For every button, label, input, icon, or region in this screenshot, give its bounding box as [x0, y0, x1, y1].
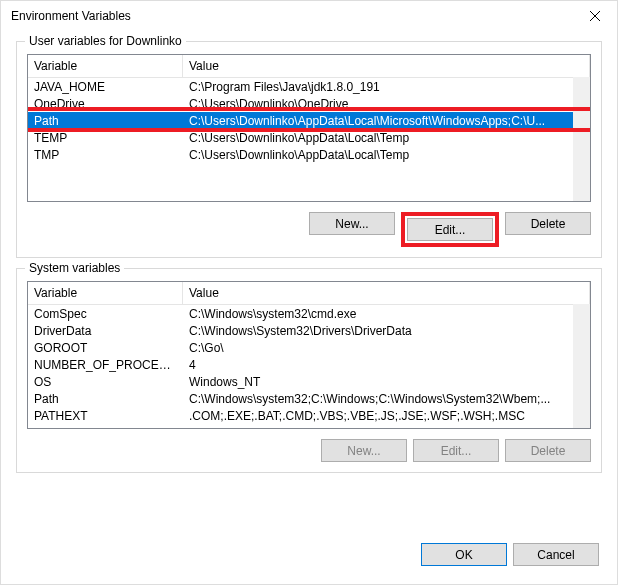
scrollbar[interactable]: [573, 304, 590, 428]
col-header-value[interactable]: Value: [183, 55, 590, 77]
user-button-row: New... Edit... Delete: [27, 212, 591, 247]
cell-variable: OS: [28, 375, 183, 389]
cell-value: C:\Windows\system32\cmd.exe: [183, 307, 590, 321]
list-header: Variable Value: [28, 282, 590, 305]
cell-value: 4: [183, 358, 590, 372]
cell-variable: Path: [28, 114, 183, 128]
user-delete-button[interactable]: Delete: [505, 212, 591, 235]
table-row[interactable]: ComSpecC:\Windows\system32\cmd.exe: [28, 305, 590, 322]
system-delete-button[interactable]: Delete: [505, 439, 591, 462]
list-header: Variable Value: [28, 55, 590, 78]
window-title: Environment Variables: [11, 9, 131, 23]
cell-value: C:\Users\Downlinko\OneDrive: [183, 97, 590, 111]
cell-variable: OneDrive: [28, 97, 183, 111]
col-header-value[interactable]: Value: [183, 282, 590, 304]
cell-value: Windows_NT: [183, 375, 590, 389]
cell-value: C:\Users\Downlinko\AppData\Local\Temp: [183, 131, 590, 145]
cell-variable: TEMP: [28, 131, 183, 145]
close-button[interactable]: [572, 1, 617, 31]
system-variables-label: System variables: [25, 261, 124, 275]
user-edit-button[interactable]: Edit...: [407, 218, 493, 241]
col-header-variable[interactable]: Variable: [28, 55, 183, 77]
table-row[interactable]: PATHEXT.COM;.EXE;.BAT;.CMD;.VBS;.VBE;.JS…: [28, 407, 590, 424]
cell-variable: NUMBER_OF_PROCESSORS: [28, 358, 183, 372]
table-row[interactable]: OSWindows_NT: [28, 373, 590, 390]
table-row[interactable]: OneDriveC:\Users\Downlinko\OneDrive: [28, 95, 590, 112]
cell-variable: TMP: [28, 148, 183, 162]
user-variables-label: User variables for Downlinko: [25, 34, 186, 48]
cell-variable: DriverData: [28, 324, 183, 338]
table-row[interactable]: TEMPC:\Users\Downlinko\AppData\Local\Tem…: [28, 129, 590, 146]
table-row[interactable]: DriverDataC:\Windows\System32\Drivers\Dr…: [28, 322, 590, 339]
user-variables-group: User variables for Downlinko Variable Va…: [16, 41, 602, 258]
table-row[interactable]: PathC:\Windows\system32;C:\Windows;C:\Wi…: [28, 390, 590, 407]
cell-variable: JAVA_HOME: [28, 80, 183, 94]
ok-button[interactable]: OK: [421, 543, 507, 566]
dialog-body: User variables for Downlinko Variable Va…: [1, 31, 617, 529]
system-new-button[interactable]: New...: [321, 439, 407, 462]
table-row[interactable]: TMPC:\Users\Downlinko\AppData\Local\Temp: [28, 146, 590, 163]
dialog-footer: OK Cancel: [1, 529, 617, 584]
cell-variable: ComSpec: [28, 307, 183, 321]
close-icon: [590, 11, 600, 21]
cell-value: C:\Users\Downlinko\AppData\Local\Microso…: [183, 114, 590, 128]
user-variables-list[interactable]: Variable Value JAVA_HOMEC:\Program Files…: [27, 54, 591, 202]
titlebar: Environment Variables: [1, 1, 617, 31]
table-row[interactable]: GOROOTC:\Go\: [28, 339, 590, 356]
table-row[interactable]: PathC:\Users\Downlinko\AppData\Local\Mic…: [28, 112, 590, 129]
user-new-button[interactable]: New...: [309, 212, 395, 235]
cell-value: C:\Program Files\Java\jdk1.8.0_191: [183, 80, 590, 94]
system-edit-button[interactable]: Edit...: [413, 439, 499, 462]
cell-value: C:\Users\Downlinko\AppData\Local\Temp: [183, 148, 590, 162]
cell-variable: Path: [28, 392, 183, 406]
cell-value: .COM;.EXE;.BAT;.CMD;.VBS;.VBE;.JS;.JSE;.…: [183, 409, 590, 423]
cell-value: C:\Go\: [183, 341, 590, 355]
cancel-button[interactable]: Cancel: [513, 543, 599, 566]
cell-value: C:\Windows\System32\Drivers\DriverData: [183, 324, 590, 338]
env-vars-dialog: Environment Variables User variables for…: [0, 0, 618, 585]
edit-button-highlight: Edit...: [401, 212, 499, 247]
system-variables-list[interactable]: Variable Value ComSpecC:\Windows\system3…: [27, 281, 591, 429]
scrollbar[interactable]: [573, 77, 590, 201]
table-row[interactable]: JAVA_HOMEC:\Program Files\Java\jdk1.8.0_…: [28, 78, 590, 95]
table-row[interactable]: NUMBER_OF_PROCESSORS4: [28, 356, 590, 373]
system-button-row: New... Edit... Delete: [27, 439, 591, 462]
cell-variable: PATHEXT: [28, 409, 183, 423]
cell-value: C:\Windows\system32;C:\Windows;C:\Window…: [183, 392, 590, 406]
cell-variable: GOROOT: [28, 341, 183, 355]
col-header-variable[interactable]: Variable: [28, 282, 183, 304]
system-variables-group: System variables Variable Value ComSpecC…: [16, 268, 602, 473]
